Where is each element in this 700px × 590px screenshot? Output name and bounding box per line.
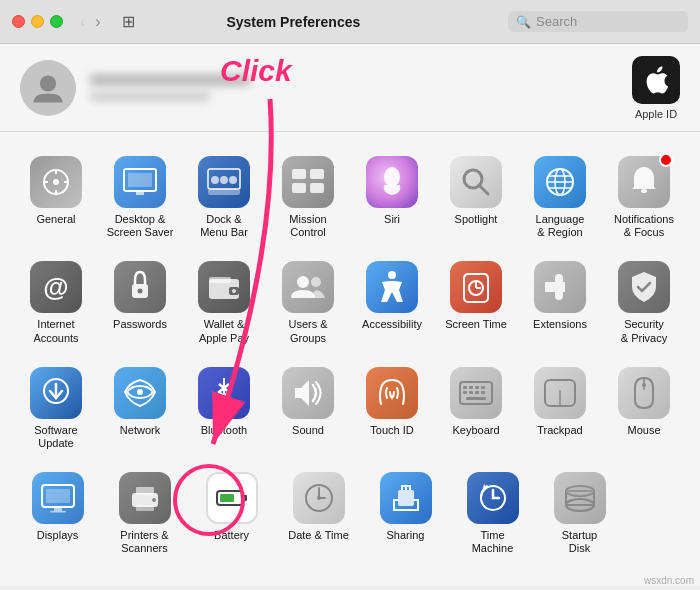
siri-icon [366, 156, 418, 208]
svg-point-34 [232, 289, 236, 293]
prefs-row-3: SoftwareUpdate Network Bluetooth Sound [14, 359, 686, 458]
close-button[interactable] [12, 15, 25, 28]
pref-item-timemachine[interactable]: TimeMachine [449, 464, 536, 563]
svg-rect-12 [208, 189, 240, 195]
update-label: SoftwareUpdate [34, 424, 77, 450]
pref-item-update[interactable]: SoftwareUpdate [14, 359, 98, 458]
pref-item-accessibility[interactable]: Accessibility [350, 253, 434, 352]
dock-label: Dock &Menu Bar [200, 213, 248, 239]
pref-item-touchid[interactable]: Touch ID [350, 359, 434, 458]
sound-label: Sound [292, 424, 324, 437]
search-bar[interactable]: 🔍 [508, 11, 688, 32]
pref-item-notifications[interactable]: Notifications& Focus [602, 148, 686, 247]
apple-id-label: Apple ID [635, 108, 677, 120]
svg-rect-48 [469, 386, 473, 389]
svg-point-35 [297, 276, 309, 288]
pref-item-trackpad[interactable]: Trackpad [518, 359, 602, 458]
pref-item-mouse[interactable]: Mouse [602, 359, 686, 458]
svg-rect-69 [243, 495, 247, 501]
svg-point-37 [388, 271, 396, 279]
pref-item-desktop[interactable]: Desktop &Screen Saver [98, 148, 182, 247]
extensions-label: Extensions [533, 318, 587, 331]
pref-item-internet[interactable]: @ InternetAccounts [14, 253, 98, 352]
screentime-icon [450, 261, 502, 313]
pref-item-sharing[interactable]: Sharing [362, 464, 449, 563]
svg-rect-52 [469, 391, 473, 394]
watermark: wsxdn.com [644, 575, 694, 586]
pref-item-startup[interactable]: StartupDisk [536, 464, 623, 563]
prefs-row-2: @ InternetAccounts Passwords Wallet &App… [14, 253, 686, 352]
apple-id-button[interactable]: Apple ID [632, 56, 680, 120]
prefs-row-4: Displays Printers &Scanners Battery Date… [14, 464, 686, 563]
internet-label: InternetAccounts [33, 318, 78, 344]
pref-item-network[interactable]: Network [98, 359, 182, 458]
search-input[interactable] [536, 14, 676, 29]
pref-item-security[interactable]: Security& Privacy [602, 253, 686, 352]
desktop-label: Desktop &Screen Saver [107, 213, 174, 239]
mouse-icon [618, 367, 670, 419]
svg-rect-17 [310, 169, 324, 179]
pref-item-screentime[interactable]: Screen Time [434, 253, 518, 352]
svg-point-74 [317, 496, 321, 500]
bluetooth-label: Bluetooth [201, 424, 247, 437]
svg-rect-10 [136, 191, 144, 195]
svg-point-67 [152, 498, 156, 502]
svg-line-22 [479, 185, 488, 194]
profile-section[interactable]: Click Apple ID [0, 44, 700, 132]
pref-item-general[interactable]: General [14, 148, 98, 247]
screentime-label: Screen Time [445, 318, 507, 331]
pref-item-printers[interactable]: Printers &Scanners [101, 464, 188, 563]
svg-rect-63 [50, 511, 66, 513]
svg-point-59 [642, 383, 646, 387]
pref-item-battery[interactable]: Battery [188, 464, 275, 563]
wallet-label: Wallet &Apple Pay [199, 318, 249, 344]
pref-item-keyboard[interactable]: Keyboard [434, 359, 518, 458]
user-info [90, 74, 618, 101]
keyboard-label: Keyboard [452, 424, 499, 437]
notifications-icon-wrap [618, 156, 670, 208]
search-icon: 🔍 [516, 15, 531, 29]
datetime-label: Date & Time [288, 529, 349, 542]
traffic-lights [12, 15, 63, 28]
svg-rect-9 [128, 173, 152, 187]
svg-point-30 [138, 289, 143, 294]
extensions-icon [534, 261, 586, 313]
pref-item-datetime[interactable]: Date & Time [275, 464, 362, 563]
battery-label: Battery [214, 529, 249, 542]
displays-icon [32, 472, 84, 524]
passwords-icon [114, 261, 166, 313]
pref-item-dock[interactable]: Dock &Menu Bar [182, 148, 266, 247]
pref-item-bluetooth[interactable]: Bluetooth [182, 359, 266, 458]
update-icon [30, 367, 82, 419]
accessibility-label: Accessibility [362, 318, 422, 331]
pref-item-sound[interactable]: Sound [266, 359, 350, 458]
general-icon [30, 156, 82, 208]
svg-rect-51 [463, 391, 467, 394]
minimize-button[interactable] [31, 15, 44, 28]
maximize-button[interactable] [50, 15, 63, 28]
svg-rect-61 [46, 489, 70, 503]
pref-item-language[interactable]: Language& Region [518, 148, 602, 247]
pref-item-extensions[interactable]: Extensions [518, 253, 602, 352]
accessibility-icon [366, 261, 418, 313]
svg-rect-50 [481, 386, 485, 389]
svg-rect-55 [466, 397, 486, 400]
trackpad-icon [534, 367, 586, 419]
svg-rect-19 [310, 183, 324, 193]
pref-item-displays[interactable]: Displays [14, 464, 101, 563]
notifications-badge [659, 153, 673, 167]
timemachine-icon [467, 472, 519, 524]
printers-icon [119, 472, 171, 524]
pref-item-users[interactable]: Users &Groups [266, 253, 350, 352]
pref-item-passwords[interactable]: Passwords [98, 253, 182, 352]
pref-item-mission[interactable]: MissionControl [266, 148, 350, 247]
spotlight-icon [450, 156, 502, 208]
pref-item-wallet[interactable]: Wallet &Apple Pay [182, 253, 266, 352]
pref-item-spotlight[interactable]: Spotlight [434, 148, 518, 247]
svg-point-0 [40, 75, 56, 91]
svg-rect-47 [463, 386, 467, 389]
language-icon [534, 156, 586, 208]
desktop-icon [114, 156, 166, 208]
network-label: Network [120, 424, 160, 437]
pref-item-siri[interactable]: Siri [350, 148, 434, 247]
